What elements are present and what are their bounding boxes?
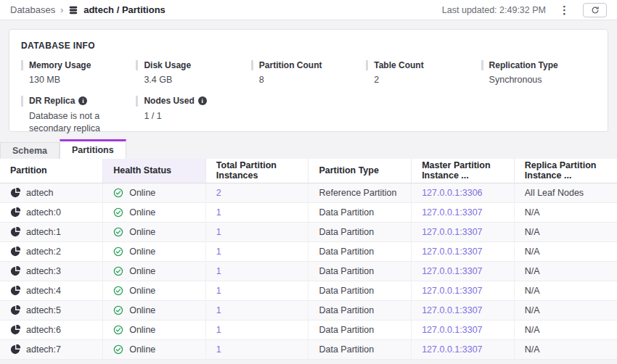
column-header-replica-instance[interactable]: Replica Partition Instance ... bbox=[514, 159, 617, 183]
stat-value: 1 / 1 bbox=[136, 110, 241, 123]
total-instances-link[interactable]: 1 bbox=[216, 227, 221, 237]
tab-label: Schema bbox=[12, 146, 47, 156]
stat-disk-usage: Disk Usage 3.4 GB bbox=[136, 60, 250, 86]
stat-label: Nodes Used bbox=[144, 96, 194, 106]
partition-pie-icon bbox=[10, 207, 20, 218]
stat-value: 3.4 GB bbox=[136, 74, 241, 86]
partition-name: adtech:6 bbox=[26, 325, 61, 335]
stat-nodes-used: Nodes Usedi 1 / 1 bbox=[136, 96, 250, 134]
replica-instance-text: N/A bbox=[514, 320, 617, 339]
partition-type-text: Data Partition bbox=[308, 202, 412, 222]
replica-instance-text: All Leaf Nodes bbox=[514, 183, 617, 202]
online-check-icon bbox=[113, 266, 123, 276]
table-row: adtech:7 Online 1 Data Partition 127.0.0… bbox=[0, 339, 617, 359]
tab-partitions[interactable]: Partitions bbox=[60, 139, 126, 159]
column-header-partition-type[interactable]: Partition Type bbox=[308, 159, 412, 183]
breadcrumb: Databases › adtech / Partitions bbox=[10, 4, 166, 15]
total-instances-link[interactable]: 1 bbox=[216, 305, 221, 315]
master-instance-link[interactable]: 127.0.0.1:3307 bbox=[422, 207, 482, 218]
health-status-text: Online bbox=[129, 266, 155, 276]
replica-instance-text: N/A bbox=[514, 300, 617, 320]
table-row: adtech:1 Online 1 Data Partition 127.0.0… bbox=[0, 222, 617, 241]
stat-label: Replication Type bbox=[489, 60, 558, 70]
partition-name: adtech:4 bbox=[26, 286, 61, 296]
table-row: adtech:2 Online 1 Data Partition 127.0.0… bbox=[0, 241, 617, 261]
health-status-text: Online bbox=[129, 344, 155, 355]
partition-type-text: Data Partition bbox=[308, 281, 412, 300]
partition-pie-icon bbox=[10, 247, 20, 257]
info-icon[interactable]: i bbox=[198, 96, 207, 105]
tab-bar: Schema Partitions bbox=[0, 139, 617, 159]
column-header-health-status[interactable]: Health Status bbox=[103, 159, 206, 183]
refresh-icon bbox=[591, 6, 600, 15]
kebab-menu-icon[interactable]: ⋮ bbox=[557, 4, 571, 15]
breadcrumb-databases-link[interactable]: Databases bbox=[10, 4, 55, 15]
partition-type-text: Reference Partition bbox=[308, 183, 412, 202]
health-status-text: Online bbox=[129, 247, 155, 257]
stat-memory-usage: Memory Usage 130 MB bbox=[21, 60, 136, 86]
partition-type-text: Data Partition bbox=[308, 300, 412, 320]
stat-value: 130 MB bbox=[21, 74, 126, 86]
stat-label: Table Count bbox=[374, 60, 423, 70]
master-instance-link[interactable]: 127.0.0.1:3307 bbox=[422, 266, 482, 276]
column-header-master-instance[interactable]: Master Partition Instance ... bbox=[412, 159, 515, 183]
total-instances-link[interactable]: 1 bbox=[216, 247, 221, 257]
stats-grid: Memory Usage 130 MB Disk Usage 3.4 GB Pa… bbox=[21, 60, 596, 134]
replica-instance-text: N/A bbox=[514, 281, 617, 300]
info-icon[interactable]: i bbox=[78, 96, 87, 105]
replica-instance-text: N/A bbox=[514, 241, 617, 261]
tab-schema[interactable]: Schema bbox=[0, 142, 60, 159]
top-bar: Databases › adtech / Partitions Last upd… bbox=[0, 0, 617, 20]
stat-partition-count: Partition Count 8 bbox=[251, 60, 366, 86]
total-instances-link[interactable]: 1 bbox=[216, 325, 221, 335]
stat-value: 2 bbox=[366, 74, 471, 86]
top-bar-actions: Last updated: 2:49:32 PM ⋮ bbox=[442, 3, 607, 17]
partition-name: adtech:5 bbox=[26, 305, 61, 315]
master-instance-link[interactable]: 127.0.0.1:3307 bbox=[422, 247, 482, 257]
total-instances-link[interactable]: 1 bbox=[216, 344, 221, 355]
master-instance-link[interactable]: 127.0.0.1:3306 bbox=[422, 188, 482, 198]
partition-name: adtech:3 bbox=[26, 266, 61, 276]
stat-value: 8 bbox=[251, 74, 356, 86]
online-check-icon bbox=[113, 344, 123, 355]
master-instance-link[interactable]: 127.0.0.1:3307 bbox=[422, 325, 482, 335]
online-check-icon bbox=[113, 325, 123, 335]
column-header-total-instances[interactable]: Total Partition Instances bbox=[205, 159, 308, 183]
last-updated-text: Last updated: 2:49:32 PM bbox=[442, 5, 546, 15]
partition-name: adtech:1 bbox=[26, 227, 61, 237]
partition-pie-icon bbox=[10, 227, 20, 237]
stat-dr-replica: DR Replicai Database is not a secondary … bbox=[21, 96, 136, 134]
health-status-text: Online bbox=[129, 227, 155, 237]
refresh-button[interactable] bbox=[583, 3, 607, 17]
online-check-icon bbox=[113, 207, 123, 218]
total-instances-link[interactable]: 1 bbox=[216, 286, 221, 296]
partition-name: adtech bbox=[26, 188, 54, 198]
partitions-table: Partition Health Status Total Partition … bbox=[0, 159, 617, 360]
master-instance-link[interactable]: 127.0.0.1:3307 bbox=[422, 305, 482, 315]
table-row: adtech:3 Online 1 Data Partition 127.0.0… bbox=[0, 261, 617, 281]
partition-pie-icon bbox=[10, 344, 20, 355]
health-status-text: Online bbox=[129, 207, 155, 218]
page-title: adtech / Partitions bbox=[83, 4, 166, 15]
total-instances-link[interactable]: 1 bbox=[216, 207, 221, 218]
master-instance-link[interactable]: 127.0.0.1:3307 bbox=[422, 227, 482, 237]
tab-label: Partitions bbox=[72, 145, 114, 155]
partition-type-text: Data Partition bbox=[308, 222, 412, 241]
stat-replication-type: Replication Type Synchronous bbox=[481, 60, 596, 86]
master-instance-link[interactable]: 127.0.0.1:3307 bbox=[422, 286, 482, 296]
stat-label: Partition Count bbox=[259, 60, 322, 70]
partition-type-text: Data Partition bbox=[308, 320, 412, 339]
health-status-text: Online bbox=[129, 325, 155, 335]
total-instances-link[interactable]: 2 bbox=[216, 188, 221, 198]
partition-pie-icon bbox=[10, 305, 20, 315]
replica-instance-text: N/A bbox=[514, 261, 617, 281]
total-instances-link[interactable]: 1 bbox=[216, 266, 221, 276]
card-title: DATABASE INFO bbox=[21, 41, 596, 51]
partition-name: adtech:0 bbox=[26, 207, 61, 218]
partition-type-text: Data Partition bbox=[308, 339, 412, 359]
database-info-card: DATABASE INFO Memory Usage 130 MB Disk U… bbox=[9, 29, 608, 132]
breadcrumb-separator-icon: › bbox=[60, 5, 63, 15]
health-status-text: Online bbox=[129, 286, 155, 296]
master-instance-link[interactable]: 127.0.0.1:3307 bbox=[422, 344, 482, 355]
column-header-partition[interactable]: Partition bbox=[0, 159, 103, 183]
